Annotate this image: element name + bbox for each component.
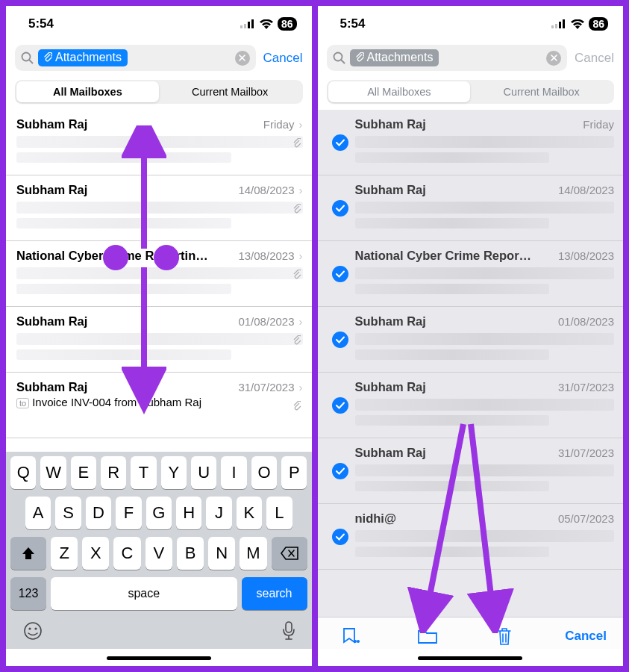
key-l[interactable]: L <box>266 497 292 529</box>
numbers-key[interactable]: 123 <box>10 577 46 610</box>
delete-key[interactable] <box>272 537 307 570</box>
keyboard: QWERTYUIOP ASDFGHJKL ZXCVBNM 123 space s… <box>6 452 312 649</box>
row-checkbox[interactable] <box>324 380 357 430</box>
emoji-icon[interactable] <box>22 620 43 641</box>
row-checkbox[interactable] <box>324 183 357 233</box>
email-row[interactable]: Subham Raj 14/08/2023 <box>318 175 624 241</box>
svg-rect-0 <box>240 25 242 28</box>
key-x[interactable]: X <box>82 537 109 570</box>
segment-current-mailbox[interactable]: Current Mailbox <box>159 81 301 102</box>
key-u[interactable]: U <box>191 456 216 489</box>
svg-rect-13 <box>555 24 557 28</box>
key-v[interactable]: V <box>145 537 172 570</box>
battery-badge: 86 <box>278 17 297 31</box>
attachment-icon <box>292 270 301 280</box>
phone-left: 5:54 86 Attachments Cancel All Mailboxes… <box>3 3 315 669</box>
key-m[interactable]: M <box>240 537 266 570</box>
search-token[interactable]: Attachments <box>38 49 128 66</box>
move-button[interactable] <box>411 628 444 644</box>
status-bar: 5:54 86 <box>318 6 624 42</box>
email-row[interactable]: Subham Raj 31/07/2023 › toInvoice INV-00… <box>6 373 312 438</box>
wifi-icon <box>571 19 584 29</box>
key-t[interactable]: T <box>131 456 156 489</box>
battery-badge: 86 <box>589 17 608 31</box>
email-sender: Subham Raj <box>355 380 554 394</box>
key-j[interactable]: J <box>206 497 231 529</box>
email-row[interactable]: Subham Raj Friday <box>318 110 624 175</box>
row-checkbox[interactable] <box>324 117 357 167</box>
key-n[interactable]: N <box>208 537 235 570</box>
attachment-icon <box>292 138 301 149</box>
email-row[interactable]: Subham Raj 01/08/2023 <box>318 307 624 373</box>
email-list[interactable]: Subham Raj Friday › Subham Raj 14/08/202… <box>6 110 312 452</box>
chevron-right-icon: › <box>299 381 303 393</box>
chevron-right-icon: › <box>299 118 303 131</box>
mailbox-scope-segment: All Mailboxes Current Mailbox <box>318 77 624 110</box>
key-s[interactable]: S <box>55 497 81 529</box>
status-bar: 5:54 86 <box>6 6 312 42</box>
paperclip-icon <box>354 52 364 63</box>
key-z[interactable]: Z <box>51 537 78 570</box>
mic-icon[interactable] <box>282 620 295 641</box>
row-checkbox[interactable] <box>324 249 357 299</box>
search-field[interactable]: Attachments <box>327 45 568 71</box>
signal-icon <box>551 19 566 28</box>
email-date: Friday <box>583 118 614 131</box>
email-row[interactable]: Subham Raj 31/07/2023 <box>318 373 624 438</box>
row-checkbox[interactable] <box>324 446 357 496</box>
key-a[interactable]: A <box>25 497 51 529</box>
key-w[interactable]: W <box>40 456 66 489</box>
email-row[interactable]: Subham Raj 14/08/2023 › <box>6 175 312 241</box>
key-g[interactable]: G <box>146 497 172 529</box>
chevron-right-icon: › <box>299 249 303 262</box>
email-row[interactable]: nidhi@ 05/07/2023 <box>318 504 624 570</box>
row-checkbox[interactable] <box>324 314 357 364</box>
paperclip-icon <box>43 52 52 63</box>
search-token: Attachments <box>350 49 439 66</box>
search-bar: Attachments Cancel <box>6 42 312 77</box>
key-r[interactable]: R <box>101 456 126 489</box>
email-date: 13/08/2023 <box>558 249 614 262</box>
shift-key[interactable] <box>10 537 46 570</box>
email-list-selecting[interactable]: Subham Raj Friday Subham Raj 14/08/2023 … <box>318 110 624 617</box>
key-b[interactable]: B <box>177 537 204 570</box>
home-indicator <box>418 656 522 660</box>
search-cancel-link[interactable]: Cancel <box>263 51 303 66</box>
clear-search-icon[interactable] <box>235 51 250 66</box>
email-row[interactable]: National Cyber Crime Repor… 13/08/2023 <box>318 241 624 307</box>
mark-button[interactable] <box>334 627 367 645</box>
key-e[interactable]: E <box>71 456 96 489</box>
key-h[interactable]: H <box>176 497 201 529</box>
email-row[interactable]: National Cyber Crime Reportin… 13/08/202… <box>6 241 312 307</box>
space-key[interactable]: space <box>51 577 237 610</box>
home-indicator <box>107 656 211 660</box>
search-field[interactable]: Attachments <box>15 45 256 71</box>
email-row[interactable]: Subham Raj 01/08/2023 › <box>6 307 312 373</box>
email-row[interactable]: Subham Raj Friday › <box>6 110 312 175</box>
key-i[interactable]: I <box>221 456 246 489</box>
key-q[interactable]: Q <box>10 456 36 489</box>
svg-rect-12 <box>551 25 554 28</box>
key-d[interactable]: D <box>86 497 111 529</box>
svg-rect-14 <box>559 22 561 28</box>
email-sender: National Cyber Crime Reportin… <box>16 249 234 263</box>
segment-all-mailboxes[interactable]: All Mailboxes <box>16 81 159 102</box>
chevron-right-icon: › <box>299 315 303 328</box>
key-k[interactable]: K <box>237 497 262 529</box>
row-checkbox[interactable] <box>324 511 357 561</box>
email-sender: nidhi@ <box>355 511 554 526</box>
key-c[interactable]: C <box>113 537 140 570</box>
key-p[interactable]: P <box>281 456 307 489</box>
toolbar-cancel-button[interactable]: Cancel <box>565 629 607 644</box>
selection-toolbar: Cancel <box>318 617 624 649</box>
email-row[interactable]: Subham Raj 31/07/2023 <box>318 438 624 504</box>
status-time: 5:54 <box>28 16 54 31</box>
search-icon <box>333 52 345 64</box>
key-f[interactable]: F <box>116 497 141 529</box>
key-y[interactable]: Y <box>161 456 187 489</box>
search-bar: Attachments Cancel <box>318 42 624 77</box>
search-key[interactable]: search <box>242 577 307 610</box>
email-date: 01/08/2023 <box>238 315 294 328</box>
key-o[interactable]: O <box>251 456 277 489</box>
trash-button[interactable] <box>488 626 521 646</box>
